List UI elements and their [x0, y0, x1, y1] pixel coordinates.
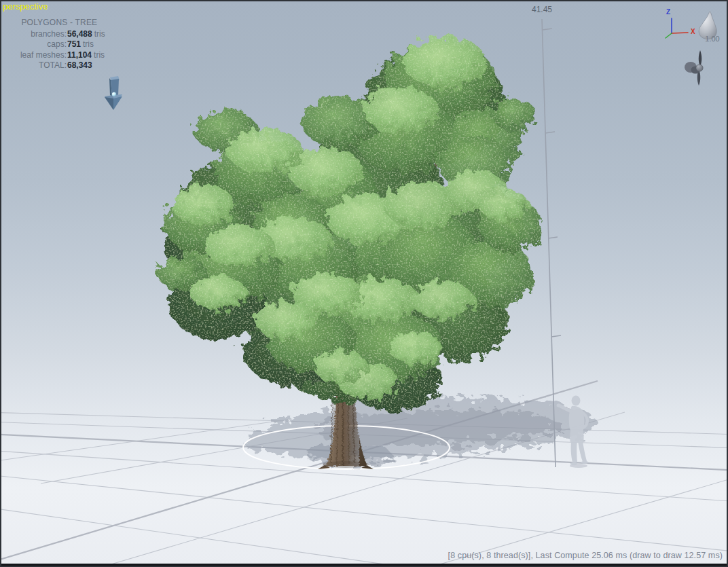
light-widget-scale-label: 1.00	[699, 35, 725, 43]
status-bar: [8 cpu(s), 8 thread(s)], Last Compute 25…	[448, 551, 723, 560]
stat-row-total: TOTAL:68,343	[14, 60, 105, 71]
bottom-edge-bar	[0, 564, 728, 567]
viewport-3d[interactable]: perspective POLYGONS - TREE branches:56,…	[0, 0, 728, 567]
camera-mode-label: perspective	[3, 1, 48, 12]
down-arrow-gizmo-icon[interactable]	[105, 76, 122, 110]
polygon-stats-title: POLYGONS - TREE	[14, 18, 105, 29]
axis-gizmo-icon	[666, 18, 688, 38]
height-ruler[interactable]	[542, 19, 561, 467]
axis-z-label: Z	[666, 8, 670, 16]
scene-canvas[interactable]	[0, 0, 728, 567]
axis-x-label: X	[691, 28, 695, 35]
tree-foliage	[158, 37, 542, 411]
stat-row-branches: branches:56,488tris	[14, 29, 105, 40]
wind-fan-widget-icon[interactable]	[685, 50, 703, 86]
polygon-stats-panel: POLYGONS - TREE branches:56,488tris caps…	[14, 18, 105, 71]
stat-row-leaf-meshes: leaf meshes:11,104tris	[14, 50, 105, 61]
stat-row-caps: caps:751tris	[14, 39, 105, 50]
ruler-height-label: 41.45	[527, 5, 557, 14]
